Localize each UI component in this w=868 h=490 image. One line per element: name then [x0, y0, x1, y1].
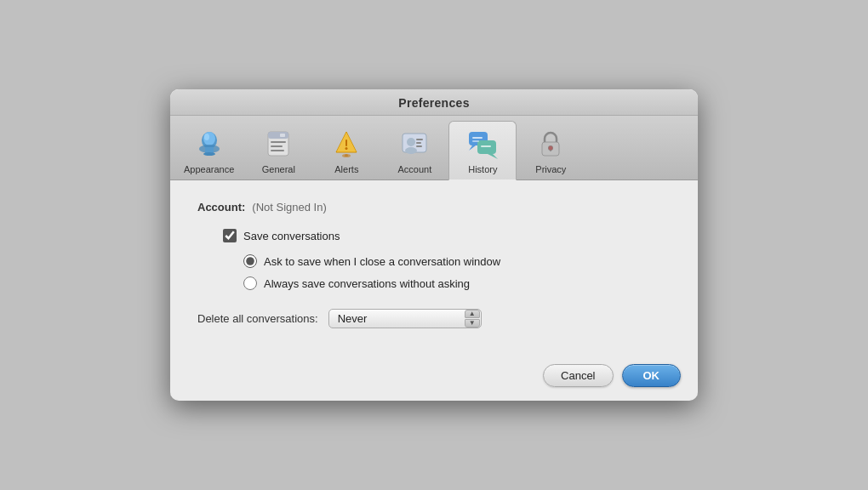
tab-account-label: Account	[397, 164, 431, 174]
account-field-label: Account:	[197, 201, 245, 214]
stepper-up-button[interactable]: ▲	[465, 310, 480, 318]
svg-rect-11	[280, 134, 285, 137]
window-title: Preferences	[170, 96, 698, 110]
svg-rect-22	[416, 142, 421, 144]
tab-alerts-label: Alerts	[334, 164, 358, 174]
svg-rect-8	[271, 141, 286, 143]
ok-button[interactable]: OK	[622, 364, 682, 387]
tab-appearance-label: Appearance	[184, 164, 234, 174]
svg-rect-29	[472, 140, 479, 142]
always-save-radio[interactable]	[243, 276, 257, 290]
preferences-window: Preferences Appearance	[170, 89, 698, 401]
svg-rect-10	[271, 150, 284, 151]
radio-ask-row: Ask to save when I close a conversation …	[243, 254, 671, 268]
footer: Cancel OK	[170, 352, 698, 401]
ask-save-label[interactable]: Ask to save when I close a conversation …	[264, 255, 500, 268]
delete-stepper[interactable]: ▲ ▼	[465, 310, 480, 328]
svg-rect-23	[416, 145, 422, 147]
stepper-down-button[interactable]: ▼	[465, 319, 480, 328]
tab-history[interactable]: History	[448, 121, 517, 180]
delete-select[interactable]: Never After one day After one week After…	[328, 309, 482, 328]
tab-privacy[interactable]: Privacy	[517, 122, 585, 179]
save-conversations-row: Save conversations	[223, 229, 671, 242]
tab-alerts[interactable]: Alerts	[312, 122, 380, 179]
account-status: (Not Signed In)	[252, 201, 326, 214]
alerts-icon	[329, 127, 363, 161]
tab-appearance[interactable]: Appearance	[174, 122, 244, 179]
svg-point-19	[407, 138, 415, 146]
svg-rect-14	[345, 140, 347, 146]
tab-general-label: General	[262, 164, 295, 174]
ask-save-radio[interactable]	[243, 254, 257, 268]
svg-rect-30	[481, 145, 491, 147]
save-conversations-label[interactable]: Save conversations	[243, 230, 340, 242]
tab-privacy-label: Privacy	[535, 164, 566, 174]
svg-point-2	[204, 134, 209, 140]
account-row: Account: (Not Signed In)	[197, 201, 671, 214]
svg-point-20	[405, 147, 417, 154]
radio-always-row: Always save conversations without asking	[243, 276, 671, 290]
history-icon	[465, 127, 500, 161]
general-icon	[261, 127, 295, 161]
privacy-icon	[534, 127, 568, 161]
svg-rect-21	[416, 139, 423, 140]
content-area: Account: (Not Signed In) Save conversati…	[170, 180, 698, 352]
options-area: Save conversations Ask to save when I cl…	[223, 229, 671, 290]
svg-marker-27	[488, 154, 498, 159]
tab-account[interactable]: Account	[380, 122, 448, 179]
svg-rect-9	[271, 145, 283, 147]
appearance-icon	[192, 127, 226, 161]
svg-rect-17	[345, 154, 348, 157]
cancel-button[interactable]: Cancel	[543, 364, 613, 387]
account-icon	[397, 127, 431, 161]
svg-marker-25	[469, 145, 476, 151]
tab-general[interactable]: General	[244, 122, 312, 179]
svg-rect-28	[472, 137, 483, 139]
titlebar: Preferences	[170, 89, 698, 116]
delete-row: Delete all conversations: Never After on…	[197, 309, 671, 328]
save-conversations-checkbox[interactable]	[223, 229, 237, 242]
svg-point-34	[549, 145, 553, 150]
svg-point-5	[203, 152, 215, 156]
always-save-label[interactable]: Always save conversations without asking	[264, 277, 470, 290]
delete-conversations-label: Delete all conversations:	[197, 312, 318, 325]
radio-group: Ask to save when I close a conversation …	[243, 254, 671, 290]
svg-rect-7	[268, 132, 288, 139]
delete-select-wrapper: Never After one day After one week After…	[328, 309, 482, 328]
toolbar: Appearance General	[170, 116, 698, 180]
svg-point-15	[345, 147, 348, 150]
tab-history-label: History	[468, 164, 497, 174]
